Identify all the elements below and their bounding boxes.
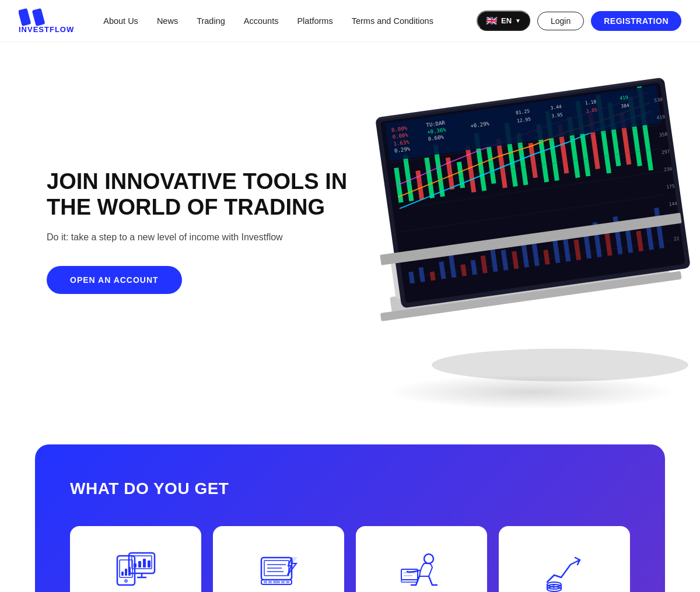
features-title: WHAT DO YOU GET — [70, 479, 630, 498]
svg-point-108 — [125, 580, 127, 582]
nav-terms[interactable]: Terms and Conditions — [344, 12, 442, 30]
features-section: WHAT DO YOU GET — [35, 444, 665, 592]
feature-card-result: $ Result — [499, 526, 630, 592]
svg-rect-114 — [273, 581, 280, 583]
hero-subtitle: Do it: take a step to a new level of inc… — [47, 232, 362, 243]
lang-label: EN — [501, 16, 512, 25]
logo-text: INVESTFLOW — [19, 25, 74, 34]
svg-line-122 — [429, 576, 432, 585]
flag-icon: 🇬🇧 — [486, 15, 498, 26]
nav-accounts[interactable]: Accounts — [236, 12, 287, 30]
result-icon: $ — [541, 547, 588, 592]
svg-rect-113 — [268, 581, 272, 583]
hero-laptop-image: 0.00% TU:DAR 0.00% +0.36% +0.29% 1.63% 0… — [344, 62, 700, 388]
svg-rect-115 — [281, 581, 285, 583]
nav-platforms[interactable]: Platforms — [289, 12, 341, 30]
chevron-down-icon: ▼ — [515, 17, 521, 24]
hero-section: JOIN INNOVATIVE TOOLS IN THE WORLD OF TR… — [0, 42, 700, 421]
main-nav: About Us News Trading Accounts Platforms… — [95, 12, 477, 30]
svg-point-2 — [432, 349, 688, 381]
svg-rect-105 — [148, 561, 150, 568]
hero-title: JOIN INNOVATIVE TOOLS IN THE WORLD OF TR… — [47, 169, 362, 220]
nav-about-us[interactable]: About Us — [95, 12, 146, 30]
open-account-button[interactable]: OPEN AN ACCOUNT — [47, 266, 182, 294]
header: INVESTFLOW About Us News Trading Account… — [0, 0, 700, 42]
convenience-icon — [113, 547, 159, 592]
svg-rect-126 — [401, 580, 418, 582]
svg-point-120 — [424, 554, 433, 563]
nav-news[interactable]: News — [149, 12, 186, 30]
speed-icon — [256, 547, 302, 592]
svg-text:$: $ — [552, 584, 555, 589]
registration-button[interactable]: REGISTRATION — [591, 11, 681, 31]
laptop-svg: 0.00% TU:DAR 0.00% +0.36% +0.29% 1.63% 0… — [344, 62, 700, 388]
svg-rect-0 — [19, 8, 31, 26]
logo[interactable]: INVESTFLOW — [19, 8, 74, 34]
svg-text:22: 22 — [673, 236, 680, 241]
svg-rect-1 — [32, 8, 46, 26]
hero-content: JOIN INNOVATIVE TOOLS IN THE WORLD OF TR… — [0, 122, 362, 340]
svg-rect-116 — [286, 581, 289, 583]
features-wrapper: WHAT DO YOU GET — [0, 421, 700, 592]
header-actions: 🇬🇧 EN ▼ Login REGISTRATION — [477, 10, 681, 31]
svg-rect-98 — [125, 569, 127, 576]
svg-rect-102 — [134, 563, 136, 568]
svg-rect-112 — [264, 581, 267, 583]
feature-card-speed: Speed — [213, 526, 344, 592]
support-icon — [398, 547, 445, 592]
svg-rect-103 — [138, 561, 141, 568]
login-button[interactable]: Login — [537, 12, 584, 30]
svg-rect-97 — [121, 572, 124, 576]
svg-rect-104 — [143, 559, 146, 568]
feature-card-support: Support — [356, 526, 487, 592]
nav-trading[interactable]: Trading — [188, 12, 233, 30]
features-grid: Convenience — [70, 526, 630, 592]
language-selector[interactable]: 🇬🇧 EN ▼ — [477, 10, 530, 31]
feature-card-convenience: Convenience — [70, 526, 201, 592]
logo-icon — [19, 8, 56, 26]
